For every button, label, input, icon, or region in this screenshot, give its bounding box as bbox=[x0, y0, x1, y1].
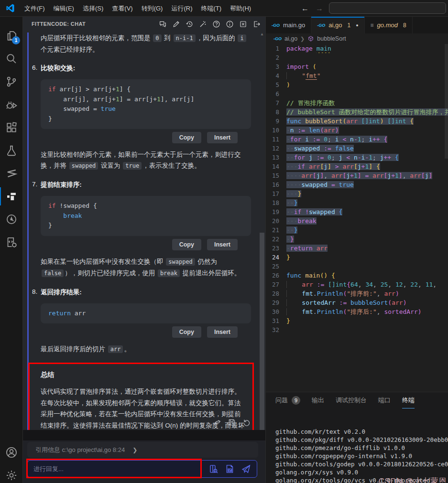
export-icon[interactable] bbox=[252, 20, 261, 28]
editor-line[interactable]: 6 bbox=[266, 89, 448, 98]
tab-main.go[interactable]: -GOmain.go bbox=[266, 17, 311, 33]
save-icon[interactable] bbox=[228, 418, 236, 427]
editor-line[interactable]: 26func main() { bbox=[266, 271, 448, 280]
editor-line[interactable]: 20···break bbox=[266, 216, 448, 225]
menu-item-1[interactable]: 文件(F) bbox=[20, 0, 49, 17]
editor-line[interactable]: 31} bbox=[266, 316, 448, 325]
editor-line[interactable]: 12··swapped := false bbox=[266, 144, 448, 153]
editor-line[interactable]: 32 bbox=[266, 325, 448, 334]
panel-tab-输出[interactable]: 输出 bbox=[312, 392, 324, 408]
editor-line[interactable]: 15····arr[j], arr[j+1] = arr[j+1], arr[j… bbox=[266, 171, 448, 180]
activity-s-extension[interactable] bbox=[0, 162, 23, 185]
editor-line[interactable]: 3import ( bbox=[266, 62, 448, 71]
activity-versions[interactable] bbox=[0, 208, 23, 231]
clear-icon[interactable] bbox=[239, 20, 247, 28]
menu-item-4[interactable]: 查看(V) bbox=[108, 0, 137, 17]
copy-button[interactable]: Copy bbox=[172, 239, 201, 250]
activity-search[interactable] bbox=[0, 47, 23, 70]
menu-item-8[interactable]: 帮助(H) bbox=[226, 0, 255, 17]
editor-line[interactable]: 10·n := len(arr) bbox=[266, 126, 448, 135]
editor-line[interactable]: 17···} bbox=[266, 189, 448, 198]
send-icon[interactable] bbox=[241, 464, 251, 474]
editor-line[interactable]: 11·for i := 0; i < n-1; i++ { bbox=[266, 135, 448, 144]
editor-line[interactable]: 2 bbox=[266, 53, 448, 62]
editor-line[interactable]: 14···if arr[j] > arr[j+1] { bbox=[266, 162, 448, 171]
breadcrumb[interactable]: -GO ai,go ❯ bubbleSort bbox=[266, 33, 448, 44]
chat-scrollbar[interactable]: ▲ ▼ bbox=[259, 31, 265, 448]
breadcrumb-symbol[interactable]: bubbleSort bbox=[317, 35, 346, 42]
chat-reply-input[interactable] bbox=[28, 465, 208, 472]
editor-line[interactable]: 8// bubbleSort 函数对给定的整数切片进行冒泡排序，并返回排序后的切… bbox=[266, 107, 448, 117]
menu-item-5[interactable]: 转到(G) bbox=[137, 0, 167, 17]
editor-line[interactable]: 29 sortedArr := bubbleSort(arr) bbox=[266, 298, 448, 307]
editor-line[interactable]: 9func bubbleSort(arr []int) []int { bbox=[266, 117, 448, 126]
nav-back-icon[interactable]: ← bbox=[301, 4, 309, 13]
panel-tab-调试控制台[interactable]: 调试控制台 bbox=[336, 392, 367, 408]
activity-account[interactable] bbox=[0, 441, 23, 464]
chat-scroll-area[interactable]: 内层循环用于比较相邻的元素，范围是 0 到 n-i-1，因为后面的 i 个元素已… bbox=[23, 31, 259, 430]
editor-line[interactable]: 18··} bbox=[266, 198, 448, 207]
terminal-output[interactable]: github.com/kr/text v0.2.0github.com/pkg/… bbox=[266, 411, 448, 483]
info-icon[interactable] bbox=[226, 20, 234, 28]
chat-reference-row[interactable]: 引用信息 c:\go project\ai,go 8:24 ❯ bbox=[27, 442, 258, 458]
share-icon[interactable] bbox=[213, 418, 221, 427]
editor-line[interactable]: 23·return arr bbox=[266, 244, 448, 253]
activity-code-runner[interactable] bbox=[0, 231, 23, 254]
editor-line[interactable]: 27 arr := []int{64, 34, 25, 12, 22, 11, bbox=[266, 280, 448, 289]
editor-line[interactable]: 30 fmt.Println("排序后:", sortedArr) bbox=[266, 307, 448, 316]
undo-icon[interactable] bbox=[242, 418, 251, 427]
panel-tab-问题[interactable]: 问题9 bbox=[275, 392, 300, 408]
code-editor[interactable]: 1package main23import (4 "fmt"5)67// 冒泡排… bbox=[266, 44, 448, 392]
tab-go.mod[interactable]: ≡go.mod8 bbox=[365, 17, 413, 33]
breadcrumb-file[interactable]: ai,go bbox=[284, 35, 297, 42]
symbol-cube-icon bbox=[307, 35, 314, 42]
menu-item-7[interactable]: 终端(T) bbox=[197, 0, 226, 17]
activity-source-control[interactable] bbox=[0, 70, 23, 93]
activity-files[interactable]: 1 bbox=[0, 24, 23, 47]
menu-item-6[interactable]: 运行(R) bbox=[167, 0, 197, 17]
editor-line[interactable]: 7// 冒泡排序函数 bbox=[266, 98, 448, 107]
activity-testing[interactable] bbox=[0, 139, 23, 162]
editor-line[interactable]: 1package main bbox=[266, 44, 448, 53]
activity-run-debug[interactable] bbox=[0, 93, 23, 116]
tab-ai,go[interactable]: -GOai,go1● bbox=[311, 17, 364, 33]
history-icon[interactable] bbox=[186, 20, 194, 28]
activity-settings-gear[interactable] bbox=[0, 464, 23, 483]
attach-image-icon[interactable] bbox=[225, 464, 235, 474]
command-center-searchbox[interactable] bbox=[329, 2, 446, 14]
editor-line[interactable]: 13··for j := 0; j < n-i-1; j++ { bbox=[266, 153, 448, 162]
editor-line[interactable]: 25 bbox=[266, 262, 448, 271]
editor-line[interactable]: 19··if !swapped { bbox=[266, 207, 448, 216]
summary-title: 总结 bbox=[41, 371, 245, 379]
chevron-right-icon[interactable]: ❯ bbox=[132, 447, 137, 453]
insert-button[interactable]: Insert bbox=[207, 326, 238, 338]
reference-search-icon[interactable] bbox=[208, 464, 219, 474]
insert-button[interactable]: Insert bbox=[207, 132, 238, 143]
copy-button[interactable]: Copy bbox=[172, 132, 201, 143]
editor-line[interactable]: 21··} bbox=[266, 225, 448, 235]
editor-line[interactable]: 24} bbox=[266, 253, 448, 262]
copy-button[interactable]: Copy bbox=[172, 326, 201, 338]
nav-forward-icon[interactable]: → bbox=[316, 4, 323, 13]
panel-tab-端口[interactable]: 端口 bbox=[378, 392, 391, 408]
menu-item-2[interactable]: 编辑(E) bbox=[49, 0, 78, 17]
panel-tab-终端[interactable]: 终端 bbox=[402, 392, 415, 408]
activity-extensions[interactable] bbox=[0, 116, 23, 139]
editor-line[interactable]: 4 "fmt" bbox=[266, 71, 448, 80]
editor-line[interactable]: 22·} bbox=[266, 235, 448, 244]
editor-line[interactable]: 28 fmt.Println("排序前:", arr) bbox=[266, 289, 448, 298]
code-token: swapped bbox=[301, 181, 328, 188]
insert-button[interactable]: Insert bbox=[207, 239, 238, 250]
editor-line[interactable]: 5) bbox=[266, 80, 448, 89]
magic-wand-icon[interactable] bbox=[199, 20, 207, 28]
chat-scrollbar-thumb[interactable] bbox=[260, 233, 264, 433]
editor-line[interactable]: 16····swapped = true bbox=[266, 180, 448, 189]
menu-item-3[interactable]: 选择(S) bbox=[78, 0, 108, 17]
editor-scrollbar[interactable] bbox=[445, 44, 448, 159]
edit-icon[interactable] bbox=[172, 20, 180, 28]
help-icon[interactable] bbox=[212, 20, 220, 28]
code-token: arr bbox=[301, 172, 312, 179]
scroll-up-icon[interactable]: ▲ bbox=[260, 32, 264, 36]
feedback-icon[interactable] bbox=[159, 20, 167, 28]
activity-fittencode[interactable] bbox=[0, 185, 23, 208]
